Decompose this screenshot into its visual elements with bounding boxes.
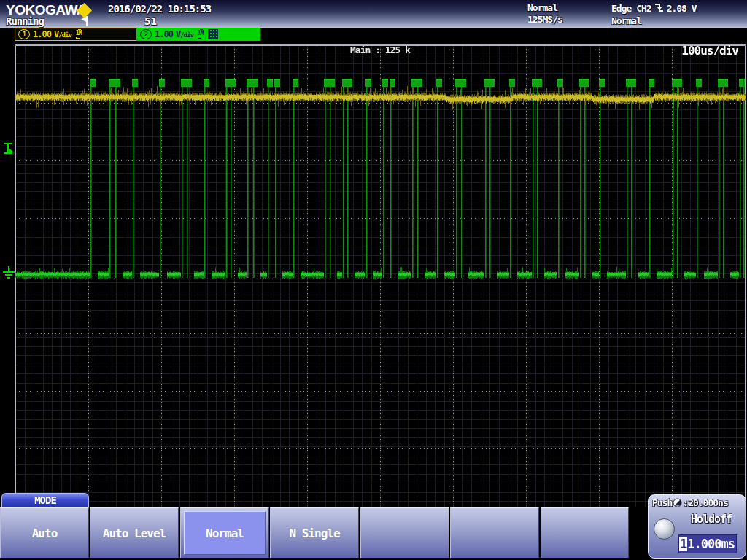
header-bar: YOKOGAWA 2016/02/22 10:15:53 Running 51 …: [0, 0, 747, 28]
record-length-label: Main : 125 k: [350, 44, 410, 55]
softkey-auto[interactable]: Auto: [0, 508, 89, 558]
sample-rate: 125MS/s: [527, 14, 562, 26]
timebase-label: 100us/div: [681, 44, 738, 58]
acquisition-mode: Normal: [527, 2, 562, 14]
trigger-level-icon: [1, 142, 15, 158]
softkey-empty-2[interactable]: [450, 508, 539, 558]
channel-2-unit: V/div: [176, 29, 193, 39]
channel-1-scale: 1.00: [33, 29, 51, 39]
trigger-info: Edge CH2 2.08 V Normal: [611, 2, 697, 27]
datetime-display: 2016/02/22 10:15:53: [108, 3, 211, 15]
falling-edge-icon: [654, 2, 664, 15]
channel-1-unit: V/div: [54, 29, 71, 39]
softkey-n-single[interactable]: N Single: [270, 508, 359, 558]
pattern-icon: [208, 29, 218, 39]
softkey-auto-level[interactable]: Auto Level: [90, 508, 179, 558]
channel-1-number: 1: [18, 29, 30, 39]
push-hint: Push :20.000ns: [652, 497, 728, 508]
coupling-1m-icon: 1M: [198, 29, 204, 39]
holdoff-title: Holdoff: [679, 513, 743, 526]
trigger-level: 2.08 V: [667, 3, 697, 15]
channel-2-number: 2: [140, 29, 152, 39]
channel-badge-row: 1 1.00 V/div 1M 2 1.00 V/div 1M: [0, 28, 747, 41]
trigger-source: Edge CH2: [611, 3, 651, 15]
coupling-1m-icon: 1M: [76, 29, 82, 39]
digit-cursor: 1: [679, 537, 687, 551]
softkey-normal[interactable]: Normal: [180, 508, 269, 558]
holdoff-value[interactable]: 11.000ms: [678, 534, 737, 553]
ground-icon: [1, 266, 16, 285]
holdoff-knob[interactable]: [654, 518, 675, 540]
holdoff-panel: Push :20.000ns Holdoff 11.000ms: [648, 494, 746, 559]
oscilloscope-screen: YOKOGAWA 2016/02/22 10:15:53 Running 51 …: [0, 0, 747, 560]
waveform-canvas: [15, 45, 746, 507]
graticule-area: [15, 44, 746, 507]
acquisition-status: Running: [6, 15, 44, 27]
knob-icon: [673, 498, 682, 508]
softkey-empty-3[interactable]: [541, 508, 629, 558]
softkey-empty-1[interactable]: [360, 508, 449, 558]
channel-2-badge[interactable]: 2 1.00 V/div 1M: [136, 28, 260, 41]
trigger-mode: Normal: [611, 15, 697, 27]
channel-1-badge[interactable]: 1 1.00 V/div 1M: [15, 28, 137, 41]
mode-tab[interactable]: MODE: [1, 493, 89, 508]
trigger-count: 51: [144, 15, 157, 27]
channel-2-scale: 1.00: [155, 29, 173, 39]
acquisition-info: Normal 125MS/s: [527, 2, 562, 26]
